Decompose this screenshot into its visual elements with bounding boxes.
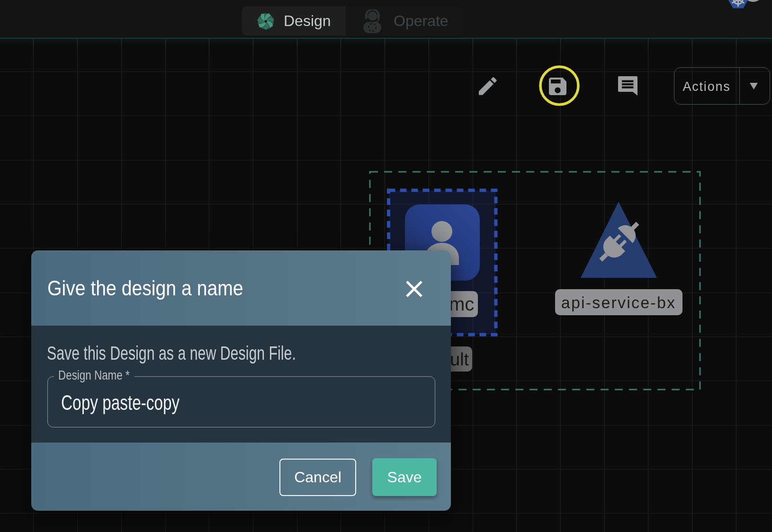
svg-text:mc: mc	[449, 293, 474, 314]
svg-text:api-service-bx: api-service-bx	[561, 293, 676, 311]
svg-text:ult: ult	[450, 349, 469, 369]
